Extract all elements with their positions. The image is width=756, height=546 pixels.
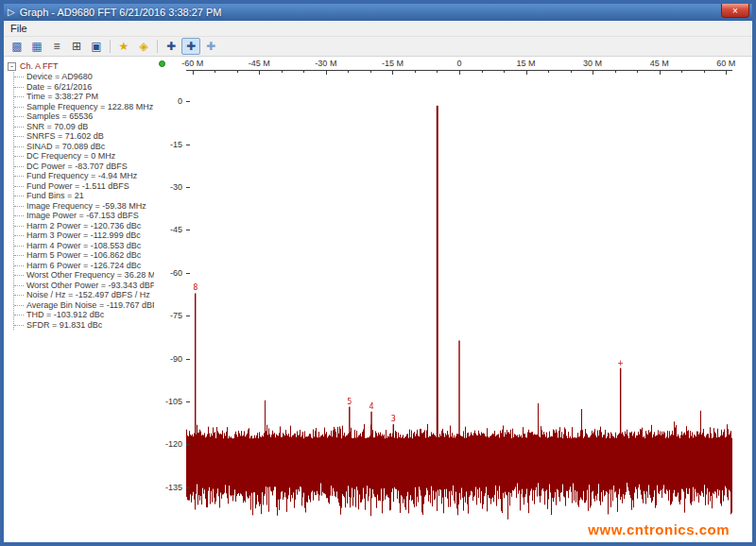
tree-item[interactable]: DC Frequency = 0 MHz: [14, 151, 154, 162]
tree-item[interactable]: Date = 6/21/2016: [14, 82, 154, 93]
tree-item[interactable]: SNR = 70.09 dB: [14, 122, 154, 132]
watermark: www.cntronics.com: [588, 521, 730, 537]
tree-item[interactable]: Image Frequency = -59.38 MHz: [14, 201, 154, 212]
fft-plot: www.cntronics.com -60 M-45 M-30 M-15 M01…: [154, 59, 750, 540]
toolbar-separator: [157, 40, 158, 53]
collapse-icon[interactable]: -: [8, 62, 16, 71]
save-icon[interactable]: ▣: [87, 38, 106, 55]
tree-item[interactable]: DC Power = -83.707 dBFS: [14, 162, 154, 172]
tree-item[interactable]: Harm 2 Power = -120.736 dBc: [14, 221, 154, 231]
close-button[interactable]: ×: [721, 4, 749, 18]
toolbar-separator: [110, 40, 111, 53]
tree-item[interactable]: SINAD = 70.089 dBc: [14, 142, 154, 152]
tree-item[interactable]: Fund Frequency = -4.94 MHz: [14, 171, 154, 181]
tree-root-row[interactable]: - Ch. A FFT: [8, 60, 154, 72]
menu-file[interactable]: File: [4, 22, 34, 35]
y-axis-tick-label: -60: [156, 268, 182, 278]
y-axis-tick-label: -75: [156, 311, 182, 320]
spectrum-canvas[interactable]: [186, 70, 732, 527]
window-title: Graph - AD9680 FFT 6/21/2016 3:38:27 PM: [20, 7, 222, 18]
tree-item[interactable]: Noise / Hz = -152.497 dBFS / Hz: [14, 290, 154, 300]
results-list-icon[interactable]: ≡: [47, 38, 66, 55]
status-indicator-icon: [159, 60, 165, 67]
y-axis-tick-label: -90: [156, 354, 182, 364]
graph-settings-icon[interactable]: ▦: [27, 38, 46, 55]
tree-item[interactable]: SFDR = 91.831 dBc: [14, 320, 154, 331]
app-icon: ▷: [8, 8, 15, 17]
tree-item[interactable]: Harm 4 Power = -108.553 dBc: [14, 241, 154, 251]
tree-item[interactable]: Image Power = -67.153 dBFS: [14, 211, 154, 221]
y-axis-tick-label: -120: [156, 439, 182, 449]
tree-item[interactable]: Worst Other Power = -93.343 dBFS: [14, 281, 154, 291]
copy-graph-icon[interactable]: ▩: [8, 38, 26, 55]
tree-children: Device = AD9680Date = 6/21/2016Time = 3:…: [13, 72, 154, 330]
y-axis-tick-label: -105: [156, 397, 182, 406]
x-axis-tick-label: -30 M: [315, 59, 336, 68]
select-region-icon[interactable]: ⊞: [67, 38, 86, 55]
tree-item[interactable]: Time = 3:38:27 PM: [14, 92, 154, 102]
tree-item[interactable]: Average Bin Noise = -119.767 dBFS: [14, 300, 154, 311]
title-bar[interactable]: ▷ Graph - AD9680 FFT 6/21/2016 3:38:27 P…: [4, 4, 752, 21]
tree-item[interactable]: Samples = 65536: [14, 111, 154, 122]
results-tree: - Ch. A FFT Device = AD9680Date = 6/21/2…: [6, 59, 154, 540]
tree-item[interactable]: Harm 5 Power = -106.862 dBc: [14, 250, 154, 261]
x-axis-tick-label: 0: [456, 59, 461, 68]
y-axis-tick-label: -30: [156, 182, 182, 192]
tree-item[interactable]: Worst Other Frequency = 36.28 MHz: [14, 270, 154, 281]
tree-item[interactable]: SNRFS = 71.602 dB: [14, 131, 154, 142]
toolbar: ▩▦≡⊞▣★◈✚✚✚: [4, 37, 752, 57]
x-axis-tick-label: 15 M: [517, 59, 536, 68]
tree-item[interactable]: Fund Bins = 21: [14, 191, 154, 201]
tree-root-label: Ch. A FFT: [20, 61, 59, 71]
x-axis-tick-label: -60 M: [181, 59, 203, 68]
menu-bar: File: [4, 21, 752, 37]
component-icon[interactable]: ◈: [134, 38, 153, 55]
crosshair-box-icon[interactable]: ✚: [181, 38, 200, 55]
tree-item[interactable]: Harm 3 Power = -112.999 dBc: [14, 230, 154, 241]
x-axis-tick-label: -45 M: [249, 59, 270, 68]
tree-item[interactable]: Harm 6 Power = -126.724 dBc: [14, 261, 154, 271]
tree-item[interactable]: Device = AD9680: [14, 72, 154, 82]
tree-item[interactable]: Fund Power = -1.511 dBFS: [14, 181, 154, 192]
client-area: - Ch. A FFT Device = AD9680Date = 6/21/2…: [4, 57, 752, 542]
x-axis-tick-label: 60 M: [716, 59, 735, 68]
x-axis-tick-label: 45 M: [650, 59, 669, 68]
x-axis-tick-label: -15 M: [382, 59, 404, 68]
x-axis-tick-label: 30 M: [583, 59, 602, 68]
app-window: ▷ Graph - AD9680 FFT 6/21/2016 3:38:27 P…: [0, 0, 756, 546]
annotation-icon[interactable]: ★: [114, 38, 133, 55]
y-axis-tick-label: -15: [156, 140, 182, 149]
tree-item[interactable]: THD = -103.912 dBc: [14, 310, 154, 320]
crosshair-icon[interactable]: ✚: [162, 38, 180, 55]
crosshair-track-icon[interactable]: ✚: [201, 38, 220, 55]
y-axis-tick-label: 0: [156, 96, 182, 106]
tree-item[interactable]: Sample Frequency = 122.88 MHz: [14, 102, 154, 112]
y-axis-tick-label: -135: [156, 483, 182, 492]
y-axis-tick-label: -45: [156, 225, 182, 234]
